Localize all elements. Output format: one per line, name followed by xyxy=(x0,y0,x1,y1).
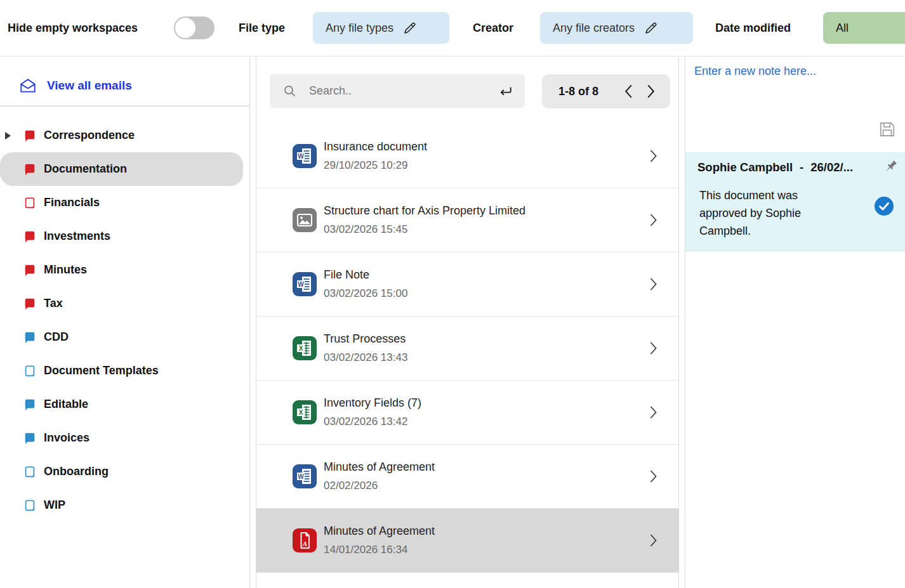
filter-toolbar: Hide empty workspaces File type Any file… xyxy=(0,0,905,56)
file-type-filter-value: Any file types xyxy=(326,22,393,35)
note-text: This document was approved by Sophie Cam… xyxy=(699,186,829,240)
file-row[interactable]: A Minutes of Agreement 14/01/2026 16:34 xyxy=(256,509,678,573)
svg-text:A: A xyxy=(302,540,307,547)
pin-icon[interactable] xyxy=(882,159,899,175)
sidebar-item-onboarding[interactable]: Onboarding xyxy=(0,455,243,488)
file-date: 02/02/2026 xyxy=(324,480,435,492)
file-title: Insurance document xyxy=(324,140,427,154)
excel-file-icon: X xyxy=(293,336,317,360)
bookmark-icon xyxy=(23,263,37,277)
pagination-count: 1-8 of 8 xyxy=(558,85,618,98)
save-note-button[interactable] xyxy=(878,121,896,138)
document-outline-icon xyxy=(23,499,37,513)
toggle-knob xyxy=(175,18,195,38)
file-type-filter-button[interactable]: Any file types xyxy=(313,12,449,44)
note-header: Sophie Campbell - 26/02/... xyxy=(697,160,853,174)
note-date: 26/02/... xyxy=(810,160,853,174)
file-title: Minutes of Agreement xyxy=(324,461,435,474)
document-outline-icon xyxy=(23,465,37,479)
workspace-folder-list: Correspondence Documentation Financials … xyxy=(0,119,243,522)
creator-filter-value: Any file creators xyxy=(553,22,635,35)
search-icon xyxy=(282,84,298,99)
previous-page-button[interactable] xyxy=(618,81,640,102)
enter-return-icon[interactable] xyxy=(497,83,513,100)
chevron-right-icon xyxy=(645,275,661,294)
save-disk-icon xyxy=(878,121,896,138)
chevron-right-icon xyxy=(645,467,661,486)
search-input[interactable] xyxy=(309,84,486,98)
file-date: 03/02/2026 13:43 xyxy=(324,351,407,364)
file-row[interactable]: W Minutes of Agreement 02/02/2026 xyxy=(256,445,678,509)
bookmark-icon xyxy=(23,297,37,311)
file-date: 03/02/2026 15:45 xyxy=(324,223,525,236)
view-all-emails-label: View all emails xyxy=(47,79,132,93)
word-file-icon: W xyxy=(293,464,317,488)
hide-empty-workspaces-toggle[interactable] xyxy=(174,16,215,39)
note-author: Sophie Campbell xyxy=(697,160,793,174)
hide-empty-workspaces-label: Hide empty workspaces xyxy=(8,22,138,35)
sidebar-item-financials[interactable]: Financials xyxy=(0,186,243,219)
image-file-icon xyxy=(293,208,317,232)
bookmark-icon xyxy=(23,398,37,412)
sidebar-item-documentation[interactable]: Documentation xyxy=(0,152,243,186)
file-title: File Note xyxy=(324,268,407,282)
file-row[interactable]: W Insurance document 29/10/2025 10:29 xyxy=(256,124,678,188)
workspace-sidebar: View all emails Correspondence Documenta… xyxy=(0,57,250,588)
date-modified-filter-value: All xyxy=(836,22,849,35)
file-title: Minutes of Agreement xyxy=(324,525,435,538)
file-list-panel: 1-8 of 8 W Insurance document 29/10/2025… xyxy=(256,57,679,588)
edit-pencil-icon xyxy=(644,20,659,36)
chevron-right-icon xyxy=(645,403,661,422)
file-title: Structure chart for Axis Property Limite… xyxy=(324,204,525,218)
sidebar-item-invoices[interactable]: Invoices xyxy=(0,421,243,455)
creator-filter-button[interactable]: Any file creators xyxy=(540,12,693,44)
file-title: Inventory Fields (7) xyxy=(324,396,421,410)
view-all-emails-link[interactable]: View all emails xyxy=(19,68,132,103)
note-card: Sophie Campbell - 26/02/... This documen… xyxy=(685,152,905,251)
sidebar-item-editable[interactable]: Editable xyxy=(0,388,243,421)
chevron-right-icon xyxy=(645,211,661,230)
file-date: 03/02/2026 15:00 xyxy=(324,287,407,300)
search-bar xyxy=(270,74,525,108)
svg-text:X: X xyxy=(299,345,303,352)
new-note-input[interactable] xyxy=(694,65,896,115)
bookmark-icon xyxy=(23,162,37,176)
document-outline-icon xyxy=(23,196,37,210)
note-separator: - xyxy=(800,160,803,174)
excel-file-icon: X xyxy=(293,400,317,424)
sidebar-item-minutes[interactable]: Minutes xyxy=(0,253,243,287)
file-type-label: File type xyxy=(239,22,285,35)
expand-arrow-icon[interactable] xyxy=(5,132,11,140)
file-row[interactable]: X Inventory Fields (7) 03/02/2026 13:42 xyxy=(256,381,678,445)
notes-panel: Sophie Campbell - 26/02/... This documen… xyxy=(685,57,905,588)
date-modified-filter-button[interactable]: All xyxy=(823,12,905,44)
file-title: Trust Processes xyxy=(324,332,407,346)
document-outline-icon xyxy=(23,364,37,378)
file-row[interactable]: W File Note 03/02/2026 15:00 xyxy=(256,252,678,317)
bookmark-icon xyxy=(23,431,37,445)
chevron-right-icon xyxy=(645,531,661,550)
svg-text:W: W xyxy=(298,153,304,160)
word-file-icon: W xyxy=(293,144,317,168)
bookmark-icon xyxy=(23,129,37,143)
approved-check-icon[interactable] xyxy=(875,197,894,216)
sidebar-item-cdd[interactable]: CDD xyxy=(0,320,243,354)
file-rows: W Insurance document 29/10/2025 10:29 St… xyxy=(256,124,678,573)
next-page-button[interactable] xyxy=(640,81,661,102)
envelope-icon xyxy=(19,77,37,94)
sidebar-item-correspondence[interactable]: Correspondence xyxy=(0,119,243,152)
svg-text:W: W xyxy=(298,473,304,480)
sidebar-divider xyxy=(0,105,249,107)
creator-label: Creator xyxy=(473,22,513,35)
chevron-right-icon xyxy=(645,339,661,358)
word-file-icon: W xyxy=(293,272,317,296)
file-date: 14/01/2026 16:34 xyxy=(324,544,435,556)
bookmark-icon xyxy=(23,230,37,244)
file-row[interactable]: X Trust Processes 03/02/2026 13:43 xyxy=(256,317,678,381)
sidebar-item-investments[interactable]: Investments xyxy=(0,219,243,253)
sidebar-item-tax[interactable]: Tax xyxy=(0,287,243,320)
sidebar-item-document-templates[interactable]: Document Templates xyxy=(0,354,243,388)
sidebar-item-wip[interactable]: WIP xyxy=(0,488,243,522)
file-row[interactable]: Structure chart for Axis Property Limite… xyxy=(256,188,678,252)
file-date: 29/10/2025 10:29 xyxy=(324,159,427,172)
